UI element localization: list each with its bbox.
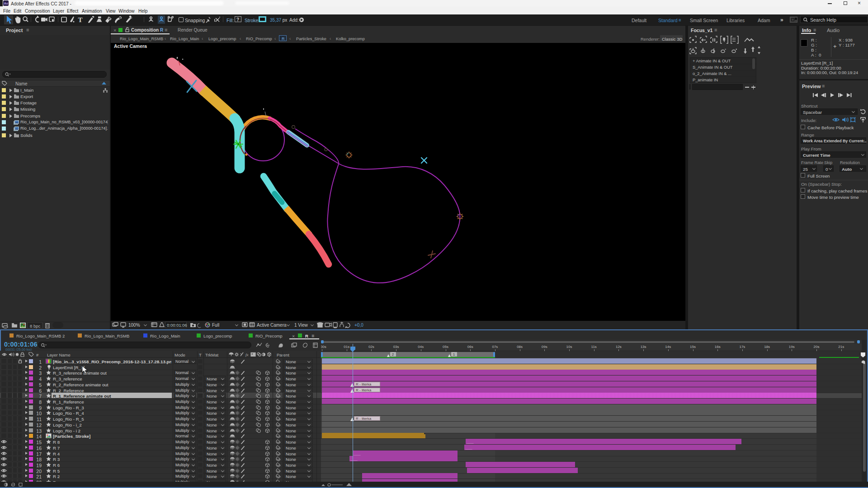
- svg-text:T: T: [78, 16, 83, 23]
- svg-text:fx: fx: [245, 352, 249, 357]
